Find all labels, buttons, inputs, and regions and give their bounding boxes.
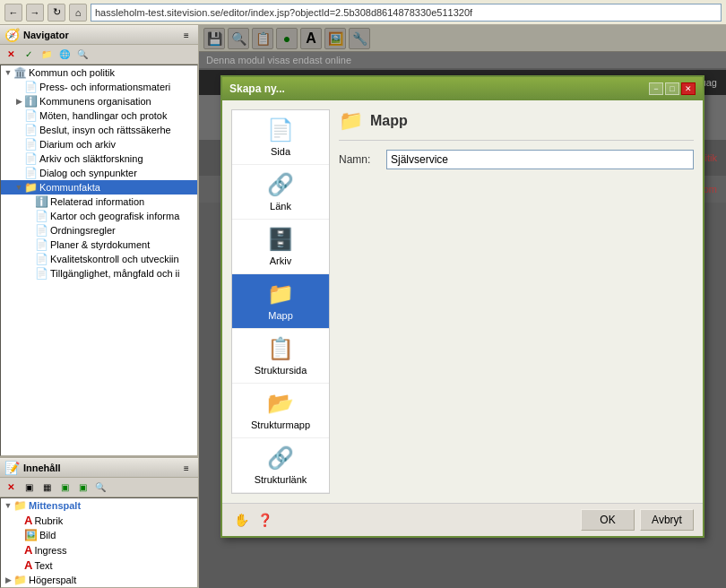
tree-item[interactable]: ▶ℹ️Kommunens organisation [1, 94, 197, 108]
inhall-node-label: Rubrik [34, 515, 63, 526]
dialog-icon-list: 📄Sida🔗Länk🗄️Arkiv📁Mapp📋Struktursida📂Stru… [231, 109, 330, 494]
tree-item[interactable]: 📄Planer & styrdokument [1, 238, 197, 252]
app-body: 🧭 Navigator ≡ ✕ ✓ 📁 🌐 🔍 ▼🏛️Kommun och po… [0, 25, 726, 588]
tree-item[interactable]: ▼🏛️Kommun och politik [1, 65, 197, 80]
tree-item[interactable]: ℹ️Relaterad information [1, 195, 197, 209]
tree-node-label: Beslut, insyn och rättssäkerhe [39, 125, 171, 135]
tree-expander[interactable]: ▼ [3, 68, 13, 77]
tree-node-icon: ℹ️ [24, 95, 38, 108]
footer-left: ✋ ❓ [231, 510, 274, 530]
inhall-tree: ▼📁Mittenspalt ARubrik 🖼️Bild AIngress AT… [0, 497, 198, 588]
folder-header: 📁 Mapp [339, 109, 694, 141]
tree-item[interactable]: 📄Press- och informationsmateri [1, 80, 197, 94]
tree-node-icon: 📄 [24, 124, 38, 136]
inhall-node-icon: 📁 [13, 574, 27, 586]
nav-globe-btn[interactable]: 🌐 [56, 47, 73, 63]
dialog-minimize-btn[interactable]: − [649, 82, 663, 95]
left-panel: 🧭 Navigator ≡ ✕ ✓ 📁 🌐 🔍 ▼🏛️Kommun och po… [0, 25, 199, 588]
tree-expander[interactable]: ▼ [13, 183, 24, 192]
help-icon[interactable]: ❓ [255, 510, 274, 530]
inhall-tree-item[interactable]: ▼📁Mittenspalt [1, 498, 197, 513]
navigator-tree: ▼🏛️Kommun och politik 📄Press- och inform… [0, 65, 198, 456]
dialog-icon-item-mapp[interactable]: 📁Mapp [232, 274, 329, 329]
inhall-btn2[interactable]: ▣ [21, 480, 37, 496]
tree-item[interactable]: 📄Tillgänglighet, mångfald och ii [1, 266, 197, 281]
inhall-node-label: Text [34, 560, 52, 571]
home-button[interactable]: ⌂ [69, 4, 87, 22]
inhall-node-label: Mittenspalt [29, 500, 81, 511]
inhall-tree-item[interactable]: AIngress [1, 542, 197, 558]
dialog-icon-item-arkiv[interactable]: 🗄️Arkiv [232, 220, 329, 274]
inhall-tree-item[interactable]: 🖼️Bild [1, 528, 197, 542]
name-input[interactable] [386, 150, 694, 169]
browser-toolbar: ← → ↻ ⌂ [0, 0, 726, 25]
footer-right: OK Avbryt [581, 509, 694, 531]
nav-search-btn[interactable]: 🔍 [74, 47, 91, 63]
nav-check-btn[interactable]: ✓ [21, 47, 37, 63]
tree-node-label: Relaterad information [50, 196, 144, 207]
tree-node-label: Tillgänglighet, mångfald och ii [50, 268, 180, 279]
inhall-search-btn[interactable]: 🔍 [92, 480, 108, 496]
inhall-panel: 📝 Innehåll ≡ ✕ ▣ ▦ ▣ ▣ 🔍 ▼📁Mittenspalt A… [0, 456, 198, 588]
tree-node-icon: 📁 [24, 181, 38, 194]
dialog-icon-item-struktursida[interactable]: 📋Struktursida [232, 329, 329, 384]
inhall-tree-expander[interactable]: ▶ [3, 575, 13, 584]
cancel-button[interactable]: Avbryt [640, 509, 694, 531]
tree-node-label: Dialog och synpunkter [39, 168, 137, 178]
inhall-btn3[interactable]: ▦ [39, 480, 55, 496]
nav-folder-btn[interactable]: 📁 [39, 47, 55, 63]
tree-item[interactable]: 📄Beslut, insyn och rättssäkerhe [1, 123, 197, 137]
inhall-node-label: Bild [39, 530, 56, 540]
dialog-icon-label-sida: Sida [271, 146, 290, 157]
tree-node-label: Planer & styrdokument [50, 239, 150, 250]
tree-node-icon: 📄 [24, 152, 38, 165]
hand-icon[interactable]: ✋ [231, 510, 251, 530]
tree-node-icon: 📄 [35, 238, 48, 251]
inhall-toolbar: ✕ ▣ ▦ ▣ ▣ 🔍 [0, 478, 198, 497]
tree-item[interactable]: 📄Arkiv och släktforskning [1, 151, 197, 166]
dialog-icon-item-strukturmapp[interactable]: 📂Strukturmapp [232, 384, 329, 438]
inhall-btn5[interactable]: ▣ [74, 480, 91, 496]
inhall-node-icon: A [24, 543, 32, 557]
tree-expander[interactable]: ▶ [13, 97, 24, 106]
tree-item[interactable]: ▼📁Kommunfakta [1, 180, 197, 195]
forward-button[interactable]: → [26, 4, 44, 22]
tree-node-label: Ordningsregler [50, 225, 116, 236]
inhall-btn4[interactable]: ▣ [56, 480, 73, 496]
inhall-close-btn[interactable]: ✕ [3, 480, 19, 496]
nav-close-btn[interactable]: ✕ [3, 47, 19, 63]
main-area: 💾 🔍 📋 ● A 🖼️ 🔧 Denna modul visas endast … [199, 25, 726, 588]
inhall-tree-expander[interactable]: ▼ [3, 501, 13, 510]
navigator-collapse-btn[interactable]: ≡ [179, 28, 194, 42]
inhall-tree-item[interactable]: AText [1, 558, 197, 573]
tree-node-icon: 🏛️ [13, 66, 27, 79]
dialog-maximize-btn[interactable]: □ [665, 82, 679, 95]
inhall-node-label: Ingress [34, 545, 66, 556]
refresh-button[interactable]: ↻ [48, 4, 65, 22]
dialog-icon-arkiv: 🗄️ [267, 227, 294, 252]
inhall-collapse-btn[interactable]: ≡ [179, 461, 194, 475]
inhall-tree-item[interactable]: ARubrik [1, 513, 197, 528]
tree-item[interactable]: 📄Dialog och synpunkter [1, 166, 197, 180]
tree-item[interactable]: 📄Kvalitetskontroll och utveckiin [1, 252, 197, 266]
tree-node-label: Arkiv och släktforskning [39, 153, 143, 164]
tree-node-icon: ℹ️ [35, 195, 48, 208]
tree-node-icon: 📄 [24, 109, 38, 122]
ok-button[interactable]: OK [581, 509, 635, 531]
back-button[interactable]: ← [4, 4, 22, 22]
dialog-titlebar: Skapa ny... − □ ✕ [222, 77, 703, 100]
dialog-icon-item-lank[interactable]: 🔗Länk [232, 165, 329, 220]
inhall-tree-item[interactable]: ▶📁Högerspalt [1, 573, 197, 587]
dialog-icon-item-sida[interactable]: 📄Sida [232, 110, 329, 165]
folder-icon: 📁 [339, 109, 363, 133]
tree-item[interactable]: 📄Ordningsregler [1, 223, 197, 238]
address-bar[interactable] [91, 4, 722, 22]
tree-item[interactable]: 📄Möten, handlingar och protok [1, 108, 197, 123]
tree-item[interactable]: 📄Diarium och arkiv [1, 137, 197, 151]
dialog-close-btn[interactable]: ✕ [681, 82, 696, 95]
dialog-icon-item-strukturlank[interactable]: 🔗Strukturlänk [232, 438, 329, 493]
tree-item[interactable]: 📄Kartor och geografisk informa [1, 209, 197, 223]
tree-node-icon: 📄 [35, 267, 48, 280]
dialog-right: 📁 Mapp Namn: [339, 109, 694, 494]
dialog-title: Skapa ny... [229, 82, 285, 95]
